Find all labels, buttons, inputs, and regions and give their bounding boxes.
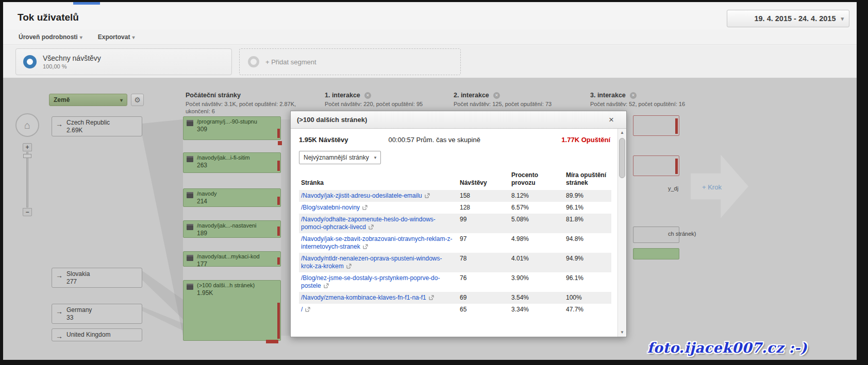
page-node-5[interactable]: /navody/aut...mykaci-kod 177 bbox=[183, 251, 281, 267]
partial-node[interactable] bbox=[633, 115, 679, 136]
export-dropdown[interactable]: Exportovat▾ bbox=[98, 33, 135, 41]
col-header-traffic: Procento provozu bbox=[509, 170, 564, 190]
source-node-germany[interactable]: → Germany 33 bbox=[52, 304, 142, 324]
page-group-dialog: (>100 dalších stránek) × 1.95K Návštěvy … bbox=[290, 111, 627, 337]
flow-arrow-icon: → bbox=[56, 332, 63, 340]
exit-strip bbox=[277, 303, 280, 339]
report-toolbar: Úroveň podrobnosti▾ Exportovat▾ bbox=[3, 29, 857, 45]
remove-step-icon[interactable]: × bbox=[364, 92, 371, 99]
column-header-interaction-2: 2. interakce× Počet návštěv: 125, počet … bbox=[454, 92, 582, 108]
table-row: /Blog/nez-jsme-se-dostaly-s-prstynkem-po… bbox=[299, 272, 611, 292]
table-filter-dropdown[interactable]: Nejvýznamnější stránky ▾ bbox=[299, 151, 381, 164]
page-title: Tok uživatelů bbox=[18, 12, 79, 23]
segment-percent: 100,00 % bbox=[43, 63, 101, 69]
chevron-down-icon: ▾ bbox=[120, 97, 123, 103]
zoom-out-button[interactable]: − bbox=[23, 208, 32, 216]
zoom-slider-thumb[interactable] bbox=[23, 154, 31, 158]
external-link-icon bbox=[425, 193, 430, 198]
home-icon: ⌂ bbox=[24, 119, 30, 131]
chevron-down-icon: ▾ bbox=[80, 34, 82, 40]
zoom-in-button[interactable]: + bbox=[23, 143, 32, 151]
external-link-icon bbox=[305, 307, 310, 312]
table-row: /Navody/zmena-kombinace-klaves-fn-f1-na-… bbox=[299, 292, 611, 304]
column-header-interaction-3: 3. interakce× Počet návštěv: 52, počet o… bbox=[590, 92, 719, 108]
segment-donut-icon bbox=[23, 55, 37, 68]
remove-step-icon[interactable]: × bbox=[630, 92, 637, 99]
page-link[interactable]: /Blog/svatebni-noviny bbox=[301, 204, 360, 211]
page-link[interactable]: /Navody/jak-zjistit-adresu-odesilatele-e… bbox=[301, 192, 422, 199]
detail-level-dropdown[interactable]: Úroveň podrobnosti▾ bbox=[19, 33, 82, 41]
dialog-stats: 1.95K Návštěvy 00:00:57 Prům. čas ve sku… bbox=[299, 136, 610, 144]
add-step-button[interactable]: + Krok bbox=[702, 183, 722, 191]
date-range-label: 19. 4. 2015 - 24. 4. 2015 bbox=[754, 14, 836, 23]
source-node-czech-republic[interactable]: → Czech Republic 2.69K bbox=[52, 116, 142, 136]
external-link-icon bbox=[363, 244, 368, 249]
table-row: /Blog/svatebni-noviny 128 6.57% 96.1% bbox=[299, 202, 611, 214]
partial-node[interactable] bbox=[633, 155, 679, 176]
dimension-dropdown[interactable]: Země ▾ bbox=[49, 94, 127, 106]
table-row: / 65 3.34% 47.7% bbox=[299, 304, 611, 316]
external-link-icon bbox=[369, 224, 374, 230]
page-node-1[interactable]: /programy/j...-90-stupnu 309 bbox=[183, 116, 281, 140]
flow-arrow-icon: → bbox=[56, 307, 63, 316]
external-link-icon bbox=[324, 283, 329, 288]
exit-strip bbox=[675, 159, 678, 174]
home-zoom-button[interactable]: ⌂ bbox=[15, 113, 39, 137]
exit-strip bbox=[277, 161, 280, 171]
pages-table: Stránka Návštěvy Procento provozu Míra o… bbox=[299, 170, 611, 316]
date-range-selector[interactable]: 19. 4. 2015 - 24. 4. 2015 ▾ bbox=[727, 10, 849, 27]
page-icon bbox=[187, 284, 193, 290]
exit-strip bbox=[675, 118, 678, 134]
page-node-4[interactable]: /navody/jak...-nastaveni 189 bbox=[183, 220, 281, 238]
page-node-other[interactable]: (>100 dalši...h stránek) 1.95K bbox=[183, 280, 281, 341]
exit-marker bbox=[266, 340, 278, 343]
add-segment-button[interactable]: + Přidat segment bbox=[239, 48, 461, 75]
segment-all-visits[interactable]: Všechny návštěvy 100,00 % bbox=[15, 48, 232, 75]
col-header-page: Stránka bbox=[299, 170, 458, 190]
exit-strip bbox=[277, 197, 280, 205]
exit-marker bbox=[278, 141, 282, 145]
remove-step-icon[interactable]: × bbox=[493, 92, 500, 99]
page-icon bbox=[187, 255, 193, 261]
external-link-icon bbox=[362, 205, 368, 210]
external-link-icon bbox=[429, 295, 434, 300]
zoom-slider-track[interactable] bbox=[26, 152, 28, 207]
page-link[interactable]: /Navody/ntldr-nenalezen-oprava-spusteni-… bbox=[301, 255, 442, 270]
dialog-header: (>100 dalších stránek) × bbox=[291, 111, 626, 129]
screenshot-frame: Tok uživatelů 19. 4. 2015 - 24. 4. 2015 … bbox=[0, 0, 868, 365]
page-link[interactable]: /Navody/jak-se-zbavit-zobrazovani-otravn… bbox=[301, 235, 452, 250]
dialog-scrollbar[interactable]: ▲ ▼ bbox=[617, 129, 626, 337]
col-header-visits: Návštěvy bbox=[458, 170, 509, 190]
flow-arrow-icon: → bbox=[56, 120, 63, 128]
stat-avg-time: 00:00:57 Prům. čas ve skupině bbox=[388, 136, 480, 144]
exit-strip bbox=[277, 257, 280, 265]
flow-arrow-icon: → bbox=[56, 271, 63, 280]
chevron-down-icon: ▾ bbox=[132, 34, 135, 40]
source-node-united-kingdom[interactable]: → United Kingdom bbox=[52, 328, 142, 341]
page-node-2[interactable]: /navody/jak...i-fi-sitim 263 bbox=[183, 152, 281, 173]
external-link-icon bbox=[346, 264, 352, 269]
partial-node[interactable] bbox=[633, 248, 679, 259]
partial-node-label: ch stránek) bbox=[668, 231, 696, 237]
gear-icon[interactable]: ⚙ bbox=[131, 94, 144, 106]
partial-node-label: y_dj bbox=[668, 185, 678, 192]
segment-label: Všechny návštěvy bbox=[43, 54, 101, 62]
column-header-interaction-1: 1. interakce× Počet návštěv: 220, počet … bbox=[325, 92, 454, 108]
source-node-slovakia[interactable]: → Slovakia 277 bbox=[52, 268, 142, 288]
scroll-up-icon[interactable]: ▲ bbox=[618, 129, 626, 137]
close-icon[interactable]: × bbox=[609, 115, 620, 124]
page-node-3[interactable]: /navody 214 bbox=[183, 188, 281, 207]
table-row: /Navody/jak-zjistit-adresu-odesilatele-e… bbox=[299, 190, 611, 202]
table-header-row: Stránka Návštěvy Procento provozu Míra o… bbox=[299, 170, 611, 190]
page-link[interactable]: / bbox=[301, 306, 303, 313]
page-icon bbox=[187, 156, 193, 162]
col-header-exit-rate: Míra opuštění stránek bbox=[564, 170, 611, 190]
scrollbar-thumb[interactable] bbox=[619, 138, 625, 178]
table-row: /Navody/jak-se-zbavit-zobrazovani-otravn… bbox=[299, 233, 611, 253]
dialog-title: (>100 dalších stránek) bbox=[297, 116, 367, 124]
page-link[interactable]: /Blog/nez-jsme-se-dostaly-s-prstynkem-po… bbox=[301, 274, 440, 289]
chevron-down-icon: ▾ bbox=[841, 15, 844, 22]
scroll-down-icon[interactable]: ▼ bbox=[618, 328, 626, 337]
page-link[interactable]: /Navody/zmena-kombinace-klaves-fn-f1-na-… bbox=[301, 294, 426, 301]
dialog-body: 1.95K Návštěvy 00:00:57 Prům. čas ve sku… bbox=[291, 129, 617, 337]
